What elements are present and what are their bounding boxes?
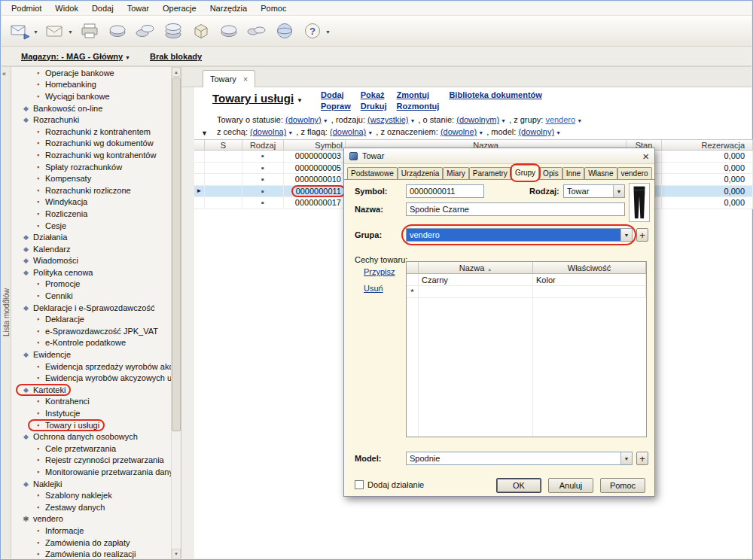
action-link-rozmontuj[interactable]: Rozmontuj	[397, 101, 440, 112]
dialog-tab-parametry[interactable]: Parametry	[469, 167, 511, 180]
sidebar-item-towary-i-usługi[interactable]: ▪Towary i usługi	[11, 419, 171, 431]
toolbar-button-disk-icon[interactable]	[218, 20, 240, 42]
filter-link-dowolny[interactable]: (dowolny)	[518, 127, 554, 136]
filter-link-wszystkie[interactable]: (wszystkie)	[367, 115, 408, 124]
rodzaj-combo[interactable]: Towar	[563, 184, 625, 198]
sidebar-item-zamówienia-do-zapłaty[interactable]: ▪Zamówienia do zapłaty	[11, 537, 171, 549]
dialog-tab-vendero[interactable]: vendero	[617, 167, 652, 180]
toolbar-button-box-icon[interactable]	[190, 20, 212, 42]
sidebar-item-rozrachunki-z-kontrahentem[interactable]: ▪Rozrachunki z kontrahentem	[11, 126, 171, 138]
sidebar-item-rozrachunki-wg-dokumentów[interactable]: ▪Rozrachunki wg dokumentów	[11, 138, 171, 150]
toolbar-button-help-icon[interactable]: ?	[301, 20, 331, 42]
filter-link-dowolna[interactable]: (dowolna)	[250, 127, 286, 136]
sidebar-item-naklejki[interactable]: ◆Naklejki	[11, 478, 171, 490]
sidebar-item-rozrachunki[interactable]: ◆Rozrachunki	[11, 114, 171, 126]
dialog-tab-miary[interactable]: Miary	[443, 167, 468, 180]
filter-expand-toggle[interactable]	[201, 128, 208, 137]
grid-col-nazwa[interactable]: Nazwa	[419, 262, 533, 273]
grupa-dropdown-icon[interactable]	[620, 229, 632, 241]
toolbar-button-diamond-icon[interactable]	[106, 20, 129, 42]
toolbar-button-coin-stack-icon[interactable]	[162, 20, 184, 42]
toolbar-button-double-diamond-icon[interactable]	[134, 20, 157, 42]
action-link-zmontuj[interactable]: Zmontuj	[397, 90, 440, 101]
cechy-new-row[interactable]: *	[407, 286, 646, 298]
sidebar-item-rejestr-czynności-przetwarzania[interactable]: ▪Rejestr czynności przetwarzania	[11, 455, 171, 467]
sidebar-item-instytucje[interactable]: ▪Instytucje	[11, 407, 171, 419]
rodzaj-dropdown-icon[interactable]	[613, 185, 624, 197]
filter-link-dowolny[interactable]: (dowolny)	[285, 115, 322, 124]
menu-dodaj[interactable]: Dodaj	[85, 2, 120, 14]
sidebar-item-rozliczenia[interactable]: ▪Rozliczenia	[11, 208, 171, 220]
header-rezerwacja[interactable]: Rezerwacja	[662, 140, 753, 150]
sidebar-item-deklaracje[interactable]: ▪Deklaracje	[11, 313, 171, 325]
sidebar-item-działania[interactable]: ◆Działania	[11, 231, 171, 243]
sidebar-item-szablony-naklejek[interactable]: ▪Szablony naklejek	[11, 489, 171, 501]
menu-podmiot[interactable]: Podmiot	[5, 2, 48, 14]
dialog-close-icon[interactable]	[642, 151, 649, 162]
menu-pomoc[interactable]: Pomoc	[254, 2, 293, 14]
sidebar-item-ochrona-danych-osobowych[interactable]: ◆Ochrona danych osobowych	[11, 431, 171, 443]
sidebar-item-spłaty-rozrachunków[interactable]: ▪Spłaty rozrachunków	[11, 161, 171, 173]
sidebar-item-monitorowanie-przetwarzania-danych[interactable]: ▪Monitorowanie przetwarzania danych	[11, 466, 171, 478]
tab-close-icon[interactable]	[243, 75, 248, 84]
dialog-tab-opis[interactable]: Opis	[539, 167, 562, 180]
model-add-button[interactable]	[636, 452, 648, 465]
sidebar-item-kontrahenci[interactable]: ▪Kontrahenci	[11, 396, 171, 408]
dialog-button-anuluj[interactable]: Anuluj	[548, 478, 593, 493]
dialog-tab-inne[interactable]: Inne	[562, 167, 584, 180]
page-title[interactable]: Towary i usługi	[212, 92, 303, 105]
dialog-titlebar[interactable]: Towar	[344, 148, 654, 164]
action-link-drukuj[interactable]: Drukuj	[361, 101, 387, 112]
sidebar-item-ewidencja-sprzedaży-wyrobów-akcyzo[interactable]: ▪Ewidencja sprzedaży wyrobów akcyzo	[11, 361, 171, 373]
filter-link-dowolna[interactable]: (dowolna)	[330, 127, 366, 136]
tab-towary[interactable]: Towary	[203, 70, 255, 87]
sidebar-item-homebanking[interactable]: ▪Homebanking	[11, 79, 171, 91]
header-rodzaj[interactable]: Rodzaj	[242, 140, 284, 150]
header-symbol[interactable]: Symbol	[284, 140, 346, 150]
dialog-tab-urządzenia[interactable]: Urządzenia	[398, 167, 444, 180]
sidebar-item-polityka-cenowa[interactable]: ◆Polityka cenowa	[11, 266, 171, 278]
magazyn-selector[interactable]: Magazyn: - MAG - Główny	[21, 52, 130, 61]
dialog-button-pomoc[interactable]: Pomoc	[600, 478, 645, 493]
scroll-down-icon[interactable]	[172, 549, 181, 558]
toolbar-button-sphere-icon[interactable]	[273, 20, 296, 42]
sidebar-item-promocje[interactable]: ▪Promocje	[11, 278, 171, 291]
menu-widok[interactable]: Widok	[48, 2, 85, 14]
cechy-row[interactable]: CzarnyKolor	[407, 274, 646, 286]
sidebar-item-rozrachunki-rozliczone[interactable]: ▪Rozrachunki rozliczone	[11, 184, 171, 196]
sidebar-item-zamówienia-do-realizacji[interactable]: ▪Zamówienia do realizacji	[11, 548, 171, 558]
scrollbar-thumb[interactable]	[172, 78, 181, 431]
toolbar-button-printer-icon[interactable]	[78, 20, 101, 42]
dialog-button-ok[interactable]: OK	[496, 478, 541, 493]
sidebar-item-deklaracje-i-e-sprawozdawczość[interactable]: ◆Deklaracje i e-Sprawozdawczość	[11, 302, 171, 314]
toolbar-button-diamond-pair-icon[interactable]	[245, 20, 268, 42]
sidebar-item-bankowość-on-line[interactable]: ◆Bankowość on-line	[11, 102, 171, 114]
dropdown-caret-icon[interactable]	[33, 26, 38, 35]
toolbar-button-send-mail-icon[interactable]	[9, 20, 38, 42]
model-dropdown-icon[interactable]	[620, 452, 632, 464]
menu-narzędzia[interactable]: Narzędzia	[203, 2, 255, 14]
grupa-combo[interactable]: vendero	[406, 228, 633, 242]
grupa-add-button[interactable]	[636, 228, 648, 242]
dialog-tab-własne[interactable]: Własne	[584, 167, 617, 180]
dropdown-caret-icon[interactable]	[68, 26, 73, 35]
nazwa-input[interactable]: Spodnie Czarne	[406, 202, 625, 216]
action-link-pokaż[interactable]: Pokaż	[361, 90, 387, 101]
filter-link-dowolnym[interactable]: (dowolnym)	[456, 115, 499, 124]
filter-link-vendero[interactable]: vendero	[545, 115, 575, 124]
dialog-tab-podstawowe[interactable]: Podstawowe	[347, 167, 398, 180]
dodaj-dzialanie-checkbox[interactable]: Dodaj działanie	[355, 480, 424, 489]
sidebar-item-vendero[interactable]: ✱vendero	[11, 513, 171, 525]
model-combo[interactable]: Spodnie	[406, 452, 633, 465]
action-link-biblioteka-dokumentów[interactable]: Biblioteka dokumentów	[449, 90, 541, 101]
sidebar-item-cele-przetwarzania[interactable]: ▪Cele przetwarzania	[11, 443, 171, 455]
action-link-popraw[interactable]: Popraw	[321, 101, 351, 112]
symbol-input[interactable]: 0000000011	[406, 184, 484, 198]
menu-operacje[interactable]: Operacje	[156, 2, 203, 14]
sidebar-scrollbar[interactable]	[171, 67, 181, 558]
toolbar-button-mail-icon[interactable]	[44, 20, 73, 42]
header-s[interactable]: S	[205, 140, 242, 150]
dialog-tab-grupy[interactable]: Grupy	[511, 165, 539, 180]
sidebar-item-kartoteki[interactable]: ◆Kartoteki	[11, 384, 171, 396]
menu-towar[interactable]: Towar	[120, 2, 156, 14]
